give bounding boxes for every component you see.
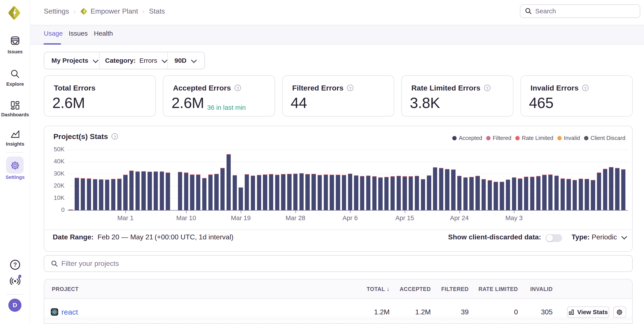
- svg-text:?: ?: [13, 261, 17, 268]
